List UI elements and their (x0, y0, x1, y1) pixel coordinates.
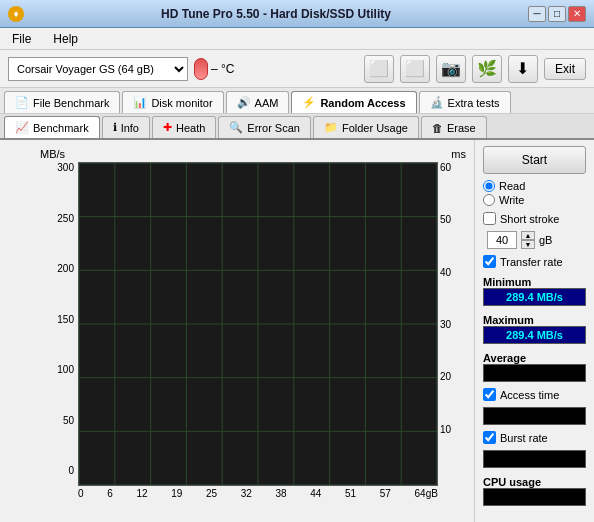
minimize-button[interactable]: ─ (528, 6, 546, 22)
x-label-32: 32 (241, 488, 252, 506)
tab-info[interactable]: ℹ Info (102, 116, 150, 138)
transfer-rate-row: Transfer rate (483, 255, 586, 268)
y-label-150: 150 (57, 314, 74, 325)
extra-tests-icon: 🔬 (430, 96, 444, 109)
chart-axis-labels: MB/s ms (40, 148, 466, 160)
read-option[interactable]: Read (483, 180, 586, 192)
maximum-value: 289.4 MB/s (483, 326, 586, 344)
exit-button[interactable]: Exit (544, 58, 586, 80)
right-panel: Start Read Write Short stroke ▲ ▼ gB (474, 140, 594, 522)
minimum-stat: Minimum 289.4 MB/s (483, 274, 586, 306)
toolbar-btn-5[interactable]: ⬇ (508, 55, 538, 83)
toolbar-btn-2[interactable]: ⬜ (400, 55, 430, 83)
title-controls: ─ □ ✕ (528, 6, 586, 22)
write-label: Write (499, 194, 524, 206)
menu-file[interactable]: File (6, 30, 37, 48)
tab-health[interactable]: ✚ Heath (152, 116, 216, 138)
gb-spinner-row: ▲ ▼ gB (487, 231, 586, 249)
menu-bar: File Help (0, 28, 594, 50)
tab-extra-tests[interactable]: 🔬 Extra tests (419, 91, 511, 113)
cpu-usage-stat: CPU usage (483, 474, 586, 506)
disk-selector[interactable]: Corsair Voyager GS (64 gB) (8, 57, 188, 81)
y-axis-left-labels: 300 250 200 150 100 50 0 (40, 162, 78, 476)
gb-spinner-input[interactable] (487, 231, 517, 249)
tab-aam-label: AAM (255, 97, 279, 109)
tab-error-scan-label: Error Scan (247, 122, 300, 134)
main-content: MB/s ms 300 250 200 150 100 50 0 (0, 140, 594, 522)
tab-aam[interactable]: 🔊 AAM (226, 91, 290, 113)
temperature-display: – °C (194, 58, 234, 80)
x-label-0: 0 (78, 488, 84, 506)
maximum-stat: Maximum 289.4 MB/s (483, 312, 586, 344)
y-label-100: 100 (57, 364, 74, 375)
aam-icon: 🔊 (237, 96, 251, 109)
x-label-38: 38 (275, 488, 286, 506)
gb-label: gB (539, 234, 552, 246)
maximize-button[interactable]: □ (548, 6, 566, 22)
access-time-value (483, 407, 586, 425)
short-stroke-row: Short stroke (483, 212, 586, 225)
tab-random-access[interactable]: ⚡ Random Access (291, 91, 416, 113)
tabs-row2: 📈 Benchmark ℹ Info ✚ Heath 🔍 Error Scan … (0, 114, 594, 140)
toolbar-btn-1[interactable]: ⬜ (364, 55, 394, 83)
toolbar: Corsair Voyager GS (64 gB) – °C ⬜ ⬜ 📷 🌿 … (0, 50, 594, 88)
minimum-label: Minimum (483, 276, 586, 288)
y-right-40: 40 (440, 267, 451, 278)
menu-help[interactable]: Help (47, 30, 84, 48)
y-right-50: 50 (440, 214, 451, 225)
x-label-51: 51 (345, 488, 356, 506)
tab-benchmark-label: Benchmark (33, 122, 89, 134)
start-button[interactable]: Start (483, 146, 586, 174)
tab-health-label: Heath (176, 122, 205, 134)
cpu-usage-label: CPU usage (483, 476, 586, 488)
info-icon: ℹ (113, 121, 117, 134)
transfer-rate-checkbox[interactable] (483, 255, 496, 268)
access-time-checkbox[interactable] (483, 388, 496, 401)
short-stroke-checkbox[interactable] (483, 212, 496, 225)
health-icon: ✚ (163, 121, 172, 134)
read-label: Read (499, 180, 525, 192)
x-label-19: 19 (171, 488, 182, 506)
access-time-row: Access time (483, 388, 586, 401)
read-write-group: Read Write (483, 180, 586, 206)
tab-file-benchmark[interactable]: 📄 File Benchmark (4, 91, 120, 113)
tab-extra-tests-label: Extra tests (448, 97, 500, 109)
x-axis-labels: 0 6 12 19 25 32 38 44 51 57 64gB (78, 488, 438, 506)
spinner-up-button[interactable]: ▲ (521, 231, 535, 240)
tab-random-access-label: Random Access (320, 97, 405, 109)
y-axis-right-labels: 60 50 40 30 20 10 (438, 162, 466, 476)
tab-folder-usage[interactable]: 📁 Folder Usage (313, 116, 419, 138)
read-radio[interactable] (483, 180, 495, 192)
toolbar-btn-4[interactable]: 🌿 (472, 55, 502, 83)
write-radio[interactable] (483, 194, 495, 206)
tab-erase[interactable]: 🗑 Erase (421, 116, 487, 138)
chart-area: MB/s ms 300 250 200 150 100 50 0 (0, 140, 474, 522)
average-label: Average (483, 352, 586, 364)
x-label-6: 6 (107, 488, 113, 506)
spinner-down-button[interactable]: ▼ (521, 240, 535, 249)
y-right-10: 10 (440, 424, 451, 435)
toolbar-btn-3[interactable]: 📷 (436, 55, 466, 83)
tab-info-label: Info (121, 122, 139, 134)
spinner-buttons: ▲ ▼ (521, 231, 535, 249)
burst-rate-value (483, 450, 586, 468)
y-label-250: 250 (57, 213, 74, 224)
y-right-20: 20 (440, 371, 451, 382)
folder-usage-icon: 📁 (324, 121, 338, 134)
close-button[interactable]: ✕ (568, 6, 586, 22)
erase-icon: 🗑 (432, 122, 443, 134)
y-right-30: 30 (440, 319, 451, 330)
transfer-rate-label: Transfer rate (500, 256, 563, 268)
write-option[interactable]: Write (483, 194, 586, 206)
tab-disk-monitor[interactable]: 📊 Disk monitor (122, 91, 223, 113)
chart-canvas-wrapper (78, 162, 438, 486)
burst-rate-checkbox[interactable] (483, 431, 496, 444)
y-label-300: 300 (57, 162, 74, 173)
y-label-200: 200 (57, 263, 74, 274)
tab-erase-label: Erase (447, 122, 476, 134)
y-label-0: 0 (68, 465, 74, 476)
tab-error-scan[interactable]: 🔍 Error Scan (218, 116, 311, 138)
file-benchmark-icon: 📄 (15, 96, 29, 109)
tab-benchmark[interactable]: 📈 Benchmark (4, 116, 100, 138)
temp-value: – °C (211, 62, 234, 76)
